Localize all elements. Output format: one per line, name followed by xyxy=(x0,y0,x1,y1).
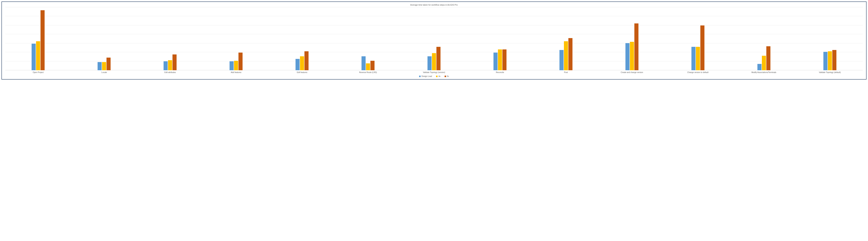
bar xyxy=(366,63,370,70)
bar xyxy=(229,61,234,70)
legend-swatch xyxy=(419,76,421,77)
bar xyxy=(691,47,695,70)
bar xyxy=(634,23,639,70)
legend: Design Load4x8x xyxy=(4,75,864,77)
bar xyxy=(828,51,832,70)
bar xyxy=(305,51,309,70)
bar xyxy=(700,26,705,70)
bar xyxy=(498,50,502,70)
bar xyxy=(502,50,506,70)
bar xyxy=(766,46,770,70)
bar-group xyxy=(203,7,269,70)
x-tick-label: Create and change version xyxy=(599,71,665,73)
bar xyxy=(163,61,168,70)
bar xyxy=(32,44,36,70)
bar xyxy=(234,61,238,70)
bar xyxy=(762,56,766,70)
bar xyxy=(696,47,700,70)
x-tick-label: Modify Associations/Terminals xyxy=(731,71,797,73)
bar xyxy=(173,55,177,70)
x-axis: Open ProjectLocateEdit attributesAdd fea… xyxy=(5,71,863,73)
bar-group xyxy=(797,7,863,70)
bar xyxy=(428,56,432,70)
bar xyxy=(296,59,300,70)
legend-label: Design Load xyxy=(422,75,432,77)
x-tick-label: Open Project xyxy=(5,71,71,73)
bar-group xyxy=(269,7,335,70)
bar-groups xyxy=(5,7,863,70)
bar xyxy=(370,61,374,70)
bar xyxy=(106,58,111,70)
legend-swatch xyxy=(444,76,446,77)
bar-group xyxy=(599,7,665,70)
x-tick-label: Locate xyxy=(71,71,137,73)
bar xyxy=(568,38,572,70)
bar xyxy=(630,42,634,70)
bar xyxy=(559,50,563,70)
legend-label: 4x xyxy=(438,75,440,77)
bar xyxy=(300,56,304,70)
bar-group xyxy=(665,7,731,70)
bar xyxy=(362,56,366,70)
bar xyxy=(436,47,440,70)
x-tick-label: Reverse Route (LRS) xyxy=(335,71,401,73)
x-tick-label: Reconcile xyxy=(467,71,533,73)
legend-item: 8x xyxy=(444,75,449,77)
x-tick-label: Post xyxy=(533,71,599,73)
legend-swatch xyxy=(436,76,437,77)
bar-group xyxy=(401,7,467,70)
x-tick-label: Validate Topology (default) xyxy=(797,71,863,73)
bar-group xyxy=(533,7,599,70)
bar xyxy=(432,53,436,70)
bar xyxy=(564,41,568,70)
legend-item: 4x xyxy=(436,75,440,77)
bar xyxy=(168,60,172,70)
bar-group xyxy=(731,7,797,70)
bar xyxy=(40,10,44,70)
bar xyxy=(102,62,106,70)
bar xyxy=(239,53,243,70)
bar xyxy=(824,52,828,70)
x-tick-label: Edit features xyxy=(269,71,335,73)
x-tick-label: Validate Topology (version) xyxy=(401,71,467,73)
bar xyxy=(36,41,40,70)
chart-title: Average time taken for workflow steps in… xyxy=(4,4,864,6)
x-tick-label: Change version to default xyxy=(665,71,731,73)
bar xyxy=(98,62,102,70)
bar-group xyxy=(137,7,203,70)
bar-group xyxy=(5,7,71,70)
bar-group xyxy=(467,7,533,70)
legend-label: 8x xyxy=(447,75,449,77)
bar xyxy=(832,50,836,70)
bar-group xyxy=(335,7,401,70)
bar xyxy=(757,64,762,70)
x-tick-label: Edit attributes xyxy=(137,71,203,73)
bar xyxy=(625,43,629,70)
chart-container: Average time taken for workflow steps in… xyxy=(1,1,867,80)
legend-item: Design Load xyxy=(419,75,432,77)
bar xyxy=(494,53,498,70)
bar-group xyxy=(71,7,137,70)
x-tick-label: Add features xyxy=(203,71,269,73)
plot-area xyxy=(5,7,863,70)
